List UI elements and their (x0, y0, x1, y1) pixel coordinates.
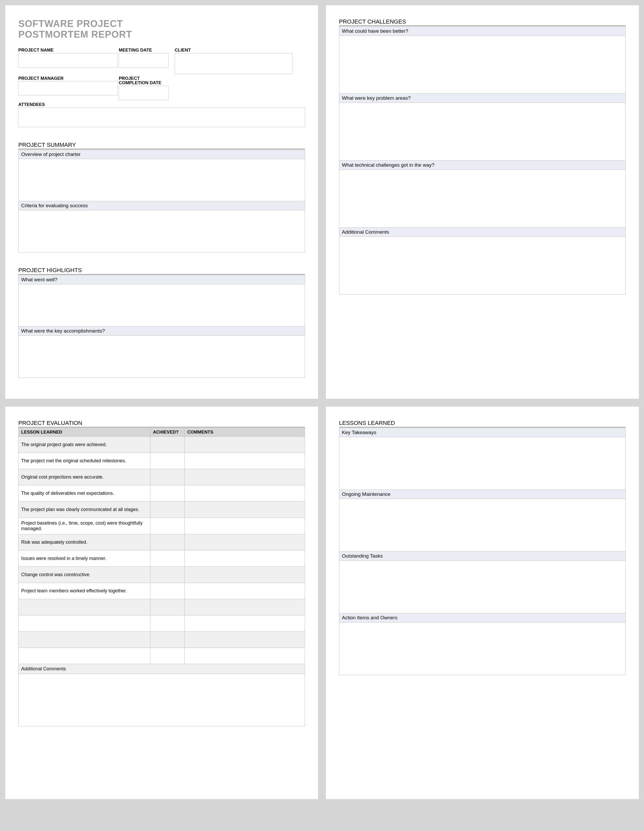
eval-lesson-cell (19, 615, 150, 632)
eval-addl-input[interactable] (18, 674, 305, 726)
eval-achieved-cell[interactable] (150, 453, 184, 469)
eval-achieved-cell[interactable] (150, 583, 184, 599)
lessons-q1-input[interactable] (339, 437, 625, 490)
eval-achieved-cell[interactable] (150, 486, 184, 501)
table-row (19, 615, 305, 632)
eval-comments-cell[interactable] (184, 501, 305, 518)
eval-achieved-cell[interactable] (150, 437, 184, 453)
summary-q1-label: Overview of project charter (19, 150, 305, 159)
eval-addl-label: Additional Comments (18, 664, 305, 674)
lessons-q2-input[interactable] (339, 499, 625, 551)
lessons-q2-label: Ongoing Maintenance (339, 490, 625, 499)
evaluation-table: LESSON LEARNED ACHIEVED? COMMENTS The or… (18, 428, 305, 664)
lessons-q4-label: Action Items and Owners (339, 613, 625, 622)
eval-achieved-cell[interactable] (150, 648, 184, 664)
eval-lesson-cell (19, 599, 150, 615)
eval-lesson-cell (19, 632, 150, 648)
lessons-q3-label: Outstanding Tasks (339, 552, 625, 561)
eval-comments-cell[interactable] (184, 518, 305, 534)
eval-achieved-cell[interactable] (150, 469, 184, 486)
highlights-q1-label: What went well? (19, 275, 305, 284)
eval-comments-cell[interactable] (184, 599, 305, 615)
page-3: PROJECT EVALUATION LESSON LEARNED ACHIEV… (5, 407, 318, 799)
page-1: SOFTWARE PROJECT POSTMORTEM REPORT PROJE… (5, 5, 318, 399)
eval-comments-cell[interactable] (184, 632, 305, 648)
label-project-name: PROJECT NAME (18, 48, 118, 53)
label-attendees: ATTENDEES (18, 102, 305, 107)
eval-comments-cell[interactable] (184, 469, 305, 486)
eval-lesson-cell (19, 648, 150, 664)
table-row: Risk was adequately controlled. (19, 534, 305, 551)
challenges-q2-label: What were key problem areas? (339, 94, 625, 103)
eval-comments-cell[interactable] (184, 648, 305, 664)
summary-q2-input[interactable] (19, 210, 305, 252)
label-project-manager: PROJECT MANAGER (18, 76, 118, 81)
eval-achieved-cell[interactable] (150, 567, 184, 583)
summary-q2-label: Criteria for evaluating success (19, 201, 305, 210)
eval-comments-cell[interactable] (184, 551, 305, 567)
eval-comments-cell[interactable] (184, 437, 305, 453)
eval-achieved-cell[interactable] (150, 501, 184, 518)
lessons-q1-label: Key Takeaways (339, 428, 625, 437)
input-client[interactable] (175, 53, 293, 74)
eval-comments-cell[interactable] (184, 453, 305, 469)
challenges-q4-input[interactable] (339, 237, 625, 295)
label-meeting-date: MEETING DATE (119, 48, 169, 53)
highlights-q2-input[interactable] (19, 336, 305, 377)
input-project-name[interactable] (18, 53, 118, 67)
challenges-q1-input[interactable] (339, 36, 625, 93)
table-row: Project team members worked effectively … (19, 583, 305, 599)
eval-achieved-cell[interactable] (150, 534, 184, 551)
eval-lesson-cell: Risk was adequately controlled. (19, 534, 150, 551)
input-meeting-date[interactable] (119, 53, 169, 67)
highlights-q1-input[interactable] (19, 284, 305, 326)
label-client: CLIENT (175, 48, 293, 53)
eval-lesson-cell: Original cost projections were accurate. (19, 469, 150, 486)
eval-lesson-cell: Issues were resolved in a timely manner. (19, 551, 150, 567)
eval-comments-cell[interactable] (184, 534, 305, 551)
summary-q1-input[interactable] (19, 159, 305, 201)
eval-achieved-cell[interactable] (150, 518, 184, 534)
meta-row-2: PROJECT MANAGER PROJECT COMPLETION DATE (18, 76, 305, 100)
report-title: SOFTWARE PROJECT POSTMORTEM REPORT (18, 18, 305, 40)
eval-col-comments: COMMENTS (184, 428, 305, 437)
challenges-q3-input[interactable] (339, 170, 625, 228)
eval-comments-cell[interactable] (184, 615, 305, 632)
eval-achieved-cell[interactable] (150, 632, 184, 648)
table-row: The original project goals were achieved… (19, 437, 305, 453)
table-row: The project plan was clearly communicate… (19, 501, 305, 518)
heading-lessons-learned: LESSONS LEARNED (339, 420, 626, 427)
eval-lesson-cell: Project team members worked effectively … (19, 583, 150, 599)
eval-lesson-cell: The project met the original scheduled m… (19, 453, 150, 469)
table-row (19, 632, 305, 648)
input-completion-date[interactable] (119, 86, 169, 100)
lessons-q3-input[interactable] (339, 561, 625, 613)
label-completion-date: PROJECT COMPLETION DATE (119, 76, 169, 86)
table-row: Project baselines (i.e., time, scope, co… (19, 518, 305, 534)
input-project-manager[interactable] (18, 81, 118, 96)
challenges-q3-label: What technical challenges got in the way… (339, 161, 625, 170)
eval-achieved-cell[interactable] (150, 615, 184, 632)
heading-project-highlights: PROJECT HIGHLIGHTS (18, 267, 305, 274)
eval-lesson-cell: The original project goals were achieved… (19, 437, 150, 453)
page-4: LESSONS LEARNED Key Takeaways Ongoing Ma… (326, 407, 639, 799)
input-attendees[interactable] (18, 108, 305, 127)
eval-lesson-cell: The project plan was clearly communicate… (19, 501, 150, 518)
table-row: Issues were resolved in a timely manner. (19, 551, 305, 567)
eval-comments-cell[interactable] (184, 583, 305, 599)
eval-achieved-cell[interactable] (150, 551, 184, 567)
table-row: Original cost projections were accurate. (19, 469, 305, 486)
challenges-q1-label: What could have been better? (339, 27, 625, 36)
eval-achieved-cell[interactable] (150, 599, 184, 615)
table-row: Change control was constructive. (19, 567, 305, 583)
eval-comments-cell[interactable] (184, 486, 305, 501)
eval-lesson-cell: The quality of deliverables met expectat… (19, 486, 150, 501)
lessons-q4-input[interactable] (339, 622, 625, 675)
eval-comments-cell[interactable] (184, 567, 305, 583)
table-row (19, 648, 305, 664)
eval-lesson-cell: Project baselines (i.e., time, scope, co… (19, 518, 150, 534)
challenges-q4-label: Additional Comments (339, 228, 625, 237)
challenges-q2-input[interactable] (339, 103, 625, 161)
eval-lesson-cell: Change control was constructive. (19, 567, 150, 583)
page-2: PROJECT CHALLENGES What could have been … (326, 5, 639, 399)
